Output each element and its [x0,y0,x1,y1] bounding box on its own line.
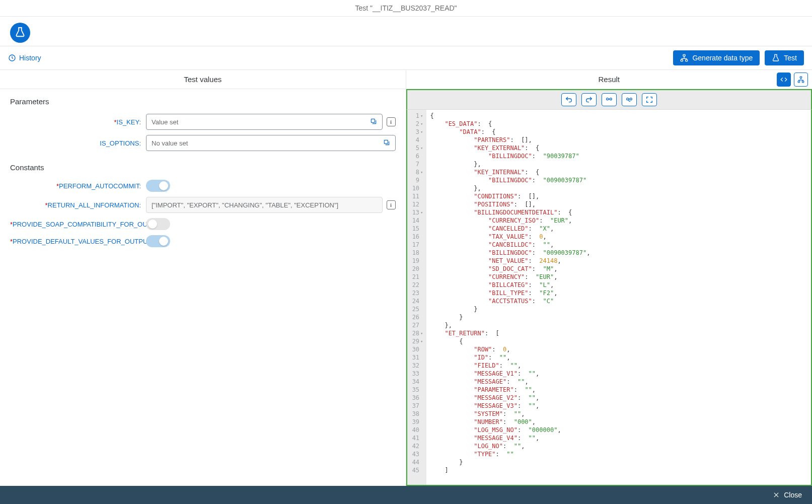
json-editor[interactable]: 1▾2▾3▾4 5▾6 7 8▾9 10 11 12 13▾14 15 16 1… [406,110,813,486]
svg-rect-6 [800,77,802,78]
flask-icon [772,54,780,62]
svg-rect-8 [802,81,804,82]
header-strip [0,17,812,46]
label-is-key: *IS_KEY: [10,118,146,126]
history-label: History [19,54,41,62]
row-is-key: *IS_KEY: Value set i [10,114,396,130]
toggle-provide-default[interactable] [146,235,170,247]
label-provide-default: *PROVIDE_DEFAULT_VALUES_FOR_OUTPUT: [10,238,146,245]
input-is-options[interactable]: No value set [146,135,396,151]
label-is-options: IS_OPTIONS: [10,139,146,147]
test-values-header: Test values [0,70,406,89]
replace-button[interactable] [622,93,637,106]
editor-toolbar [406,89,813,110]
value-help-icon[interactable] [370,118,377,126]
constants-title: Constants [10,163,396,172]
input-return-all-information[interactable]: ["IMPORT", "EXPORT", "CHANGING", "TABLE"… [146,197,383,213]
code-view-button[interactable] [777,73,791,87]
svg-rect-5 [384,140,388,143]
test-tab-icon[interactable] [10,23,30,43]
flask-icon [15,27,26,38]
label-provide-soap: *PROVIDE_SOAP_COMPATIBILITY_FOR_OU... [10,221,146,228]
svg-rect-4 [371,119,375,122]
row-provide-soap: *PROVIDE_SOAP_COMPATIBILITY_FOR_OU... [10,218,396,230]
tree-view-button[interactable] [794,73,808,87]
label-perform-autocommit: *PERFORM_AUTOCOMMIT: [10,182,146,190]
tree-icon [680,54,688,62]
row-return-all-information: *RETURN_ALL_INFORMATION: ["IMPORT", "EXP… [10,197,396,213]
result-header: Result [406,70,813,89]
line-gutter: 1▾2▾3▾4 5▾6 7 8▾9 10 11 12 13▾14 15 16 1… [407,110,426,485]
svg-point-9 [606,98,608,100]
row-provide-default: *PROVIDE_DEFAULT_VALUES_FOR_OUTPUT: [10,235,396,247]
history-link[interactable]: History [8,54,41,62]
parameters-title: Parameters [10,97,396,106]
svg-point-10 [610,98,612,100]
label-return-all-information: *RETURN_ALL_INFORMATION: [10,201,146,209]
history-icon [8,54,16,62]
close-icon [773,491,780,498]
svg-rect-2 [681,59,683,61]
fullscreen-button[interactable] [642,93,657,106]
row-is-options: IS_OPTIONS: No value set [10,135,396,151]
find-button[interactable] [602,93,617,106]
svg-point-12 [630,98,632,100]
window-title: Test "__ITIZ__BUS2037_READ" [0,0,812,17]
footer: Close [0,486,812,504]
svg-rect-3 [686,59,688,61]
info-icon[interactable]: i [387,117,396,126]
toolbar: History Generate data type Test [0,46,812,70]
undo-button[interactable] [561,93,576,106]
left-panel: Test values Parameters *IS_KEY: Value se… [0,70,406,486]
svg-rect-1 [683,54,685,56]
code-area[interactable]: { "ES_DATA": { "DATA": { "PARTNERS": [],… [426,110,811,485]
row-perform-autocommit: *PERFORM_AUTOCOMMIT: [10,180,396,192]
svg-point-11 [626,98,628,100]
main: Test values Parameters *IS_KEY: Value se… [0,70,812,486]
close-button[interactable]: Close [773,491,802,499]
value-help-icon[interactable] [383,139,390,148]
generate-data-type-button[interactable]: Generate data type [673,50,760,65]
toggle-perform-autocommit[interactable] [146,180,170,192]
svg-rect-7 [798,81,800,82]
redo-button[interactable] [581,93,597,106]
toggle-provide-soap[interactable] [146,218,170,230]
right-panel: Result 1▾2▾3▾4 5▾6 7 8▾9 10 11 12 13▾14 … [406,70,813,486]
test-button[interactable]: Test [765,50,804,65]
info-icon[interactable]: i [387,200,396,209]
input-is-key[interactable]: Value set [146,114,383,130]
